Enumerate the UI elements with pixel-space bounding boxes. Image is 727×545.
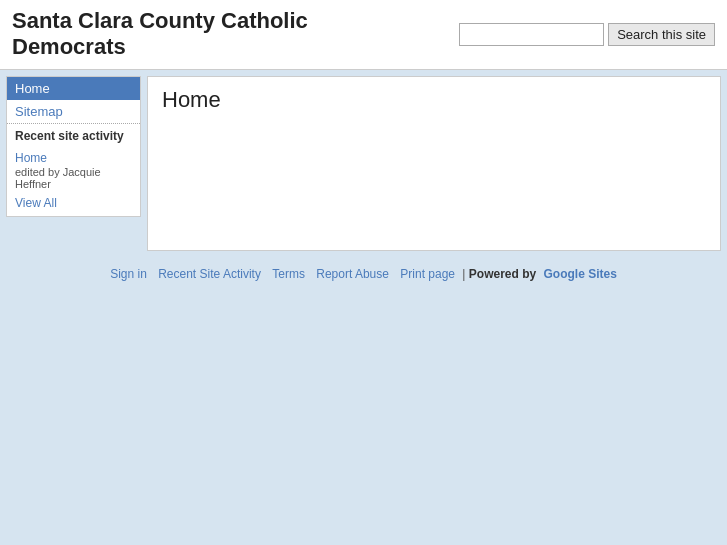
sidebar-nav: Home Sitemap	[7, 77, 140, 123]
recent-activity-content: Home edited by Jacquie Heffner View All	[7, 147, 140, 216]
search-area: Search this site	[459, 23, 715, 46]
page-title: Home	[162, 87, 706, 113]
footer-print-page[interactable]: Print page	[400, 267, 455, 281]
sidebar-item-sitemap[interactable]: Sitemap	[7, 100, 140, 123]
footer-powered-by: Powered by	[469, 267, 536, 281]
recent-activity-home-link[interactable]: Home	[15, 151, 47, 165]
footer-sign-in[interactable]: Sign in	[110, 267, 147, 281]
recent-activity-item: Home	[15, 151, 132, 165]
header: Santa Clara County Catholic Democrats Se…	[0, 0, 727, 70]
view-all-container: View All	[15, 196, 132, 210]
footer-terms[interactable]: Terms	[272, 267, 305, 281]
sidebar-item-sitemap-link[interactable]: Sitemap	[15, 104, 63, 119]
view-all-link[interactable]: View All	[15, 196, 57, 210]
recent-activity-title: Recent site activity	[7, 123, 140, 147]
footer: Sign in Recent Site Activity Terms Repor…	[0, 257, 727, 287]
layout: Home Sitemap Recent site activity Home e…	[0, 70, 727, 257]
main-content: Home	[147, 76, 721, 251]
footer-recent-site-activity[interactable]: Recent Site Activity	[158, 267, 261, 281]
site-title: Santa Clara County Catholic Democrats	[12, 8, 352, 61]
search-input[interactable]	[459, 23, 604, 46]
recent-activity-edited-by: edited by Jacquie Heffner	[15, 166, 132, 190]
sidebar-item-home[interactable]: Home	[7, 77, 140, 100]
footer-report-abuse[interactable]: Report Abuse	[316, 267, 389, 281]
sidebar: Home Sitemap Recent site activity Home e…	[6, 76, 141, 217]
footer-google-sites[interactable]: Google Sites	[544, 267, 617, 281]
search-button[interactable]: Search this site	[608, 23, 715, 46]
